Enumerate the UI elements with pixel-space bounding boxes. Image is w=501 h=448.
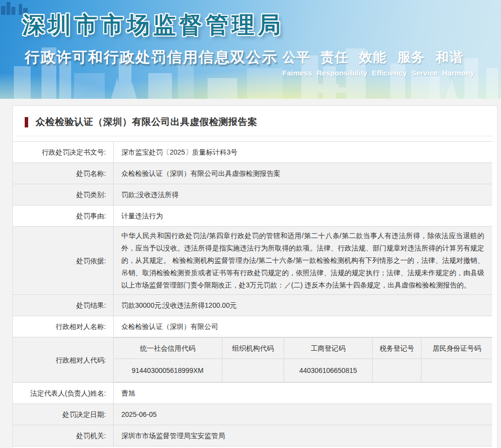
code-value-business-reg: 440306106650815 [284,359,372,382]
content-box: 众检检验认证（深圳）有限公司出具虚假检测报告案 行政处罚决定书文号: 深市监宝处… [12,105,498,448]
table-row-counterpart-name: 行政相对人名称: 众检检验认证（深圳）有限公司 [13,316,492,337]
row-label: 处罚类别: [13,184,113,205]
code-table-header-row: 统一社会信用代码 组织机构代码 工商登记码 税务登记号 居民身份证号码 [114,338,493,359]
code-header-business-reg: 工商登记码 [284,338,372,359]
table-row-penalty-basis: 处罚依据: 中华人民共和国行政处罚法/第四章行政处罚的管辖和适用/第二十八条/第… [13,227,492,295]
code-value-org-code [222,359,284,382]
table-row-penalty-authority: 处罚机关: 深圳市市场监督管理局宝安监管局 [13,425,492,447]
row-value: 深圳市市场监督管理局宝安监管局 [113,425,492,447]
row-value: 众检检验认证（深圳）有限公司出具虚假检测报告案 [113,163,492,184]
row-label: 处罚决定日期: [13,404,113,425]
code-value-credit-code: 9144030005618999XM [114,359,222,382]
code-header-credit-code: 统一社会信用代码 [114,338,222,359]
table-row-legal-representative: 法定代表人(负责人)姓名: 曹旭 [13,383,492,404]
row-label: 处罚机关: [13,425,113,447]
table-row-penalty-name: 处罚名称: 众检检验认证（深圳）有限公司出具虚假检测报告案 [13,163,492,184]
row-label: 处罚依据: [13,227,113,295]
penalty-info-table: 行政处罚决定书文号: 深市监宝处罚〔2025〕质量标计科3号 处罚名称: 众检检… [13,141,492,447]
row-value: 2025-06-05 [113,404,492,425]
row-value: 众检检验认证（深圳）有限公司 [113,316,492,337]
code-value-id-number [421,359,492,382]
row-value: 罚款30000元;没收违法所得1200.00元 [113,295,492,316]
row-label: 法定代表人(负责人)姓名: [13,383,113,404]
org-title: 深圳市市场监督管理局 [22,10,284,41]
table-row-penalty-result: 处罚结果: 罚款30000元;没收违法所得1200.00元 [13,295,492,316]
code-header-id-number: 居民身份证号码 [421,338,492,359]
banner-subtitle: 行政许可和行政处罚信用信息双公示 [25,47,278,68]
title-marker [25,117,28,127]
row-value: 统一社会信用代码 组织机构代码 工商登记码 税务登记号 居民身份证号码 9144… [113,337,492,383]
row-value: 深市监宝处罚〔2025〕质量标计科3号 [113,142,492,163]
table-row-penalty-decision-date: 处罚决定日期: 2025-06-05 [13,404,492,425]
row-value: 计量违法行为 [113,205,492,227]
table-row-counterpart-codes: 行政相对人代码: 统一社会信用代码 组织机构代码 工商登记码 税务登记号 居民身… [13,337,492,383]
table-row-penalty-decision-doc-number: 行政处罚决定书文号: 深市监宝处罚〔2025〕质量标计科3号 [13,142,492,163]
row-label: 处罚事由: [13,205,113,227]
table-row-penalty-reason: 处罚事由: 计量违法行为 [13,205,492,227]
slogan-block: 公平 责任 效能 服务 和谐 Faimess Responsibility Ef… [283,48,474,77]
slogan-english: Faimess Responsibility Efficiency Servic… [283,69,474,77]
code-header-org-code: 组织机构代码 [222,338,284,359]
row-value: 曹旭 [113,383,492,404]
row-label: 行政相对人名称: [13,316,113,337]
code-value-tax-reg [373,359,421,382]
slogan-chinese: 公平 责任 效能 服务 和谐 [283,48,474,66]
counterpart-code-table: 统一社会信用代码 组织机构代码 工商登记码 税务登记号 居民身份证号码 9144… [114,337,493,382]
case-header: 众检检验认证（深圳）有限公司出具虚假检测报告案 [17,106,493,136]
table-row-penalty-category: 处罚类别: 罚款;没收违法所得 [13,184,492,205]
code-header-tax-reg: 税务登记号 [373,338,421,359]
row-label: 行政相对人代码: [13,337,113,383]
site-banner: 深圳市市场监督管理局 行政许可和行政处罚信用信息双公示 公平 责任 效能 服务 … [0,0,501,99]
row-label: 处罚名称: [13,163,113,184]
case-title: 众检检验认证（深圳）有限公司出具虚假检测报告案 [36,116,257,128]
row-value: 罚款;没收违法所得 [113,184,492,205]
code-table-value-row: 9144030005618999XM 440306106650815 [114,359,493,382]
row-label: 处罚结果: [13,295,113,316]
row-label: 行政处罚决定书文号: [13,142,113,163]
row-value: 中华人民共和国行政处罚法/第四章行政处罚的管辖和适用/第二十八条/第二款当事人有… [113,227,492,295]
